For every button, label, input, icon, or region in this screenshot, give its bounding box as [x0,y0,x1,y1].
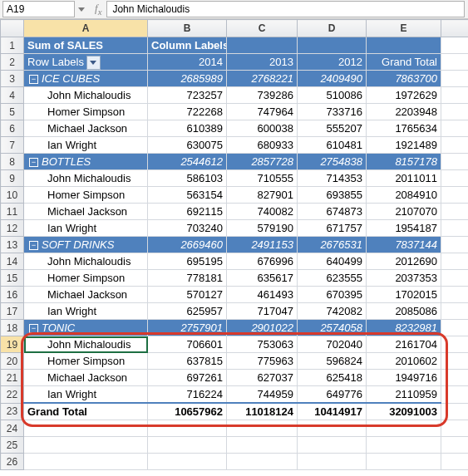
table-row[interactable]: John Michaloudis [24,336,148,353]
cell[interactable]: 703240 [148,220,227,237]
cell[interactable] [148,454,227,470]
category-row[interactable]: −ICE CUBES [24,71,148,87]
row-header[interactable]: 20 [1,353,24,370]
cell[interactable]: 600038 [227,120,298,137]
cell[interactable]: 8232981 [367,320,441,336]
cell[interactable] [441,204,469,220]
cell[interactable] [441,170,469,187]
cell[interactable] [441,220,469,237]
cell[interactable]: 11018124 [227,403,298,420]
cell[interactable]: 625957 [148,303,227,320]
row-header[interactable]: 18 [1,320,24,336]
cell[interactable]: 2012690 [367,253,441,270]
cell[interactable]: 586103 [148,170,227,187]
table-row[interactable]: Homer Simpson [24,104,148,120]
cell[interactable]: 570127 [148,287,227,303]
cell[interactable]: 2676531 [298,237,367,253]
cell[interactable]: 671757 [298,220,367,237]
cell[interactable]: 693855 [298,187,367,204]
cell[interactable] [441,386,469,404]
cell[interactable]: 1765634 [367,120,441,137]
row-header[interactable]: 11 [1,204,24,220]
cell[interactable] [441,270,469,287]
cell[interactable]: 627037 [227,370,298,386]
cell[interactable]: 2544612 [148,154,227,170]
table-row[interactable]: Homer Simpson [24,187,148,204]
table-row[interactable]: Michael Jackson [24,204,148,220]
cell[interactable] [441,87,469,104]
cell[interactable]: 2574058 [298,320,367,336]
cell[interactable]: 747964 [227,104,298,120]
cell[interactable] [24,420,148,437]
collapse-icon[interactable]: − [29,75,38,84]
cell[interactable] [441,454,469,470]
cell[interactable]: 2110959 [367,386,441,404]
cell[interactable]: 670395 [298,287,367,303]
cell[interactable]: 555207 [298,120,367,137]
cell[interactable] [298,37,367,54]
cell[interactable]: 722268 [148,104,227,120]
category-row[interactable]: −TONIC [24,320,148,336]
cell[interactable]: 692115 [148,204,227,220]
cell[interactable]: 637815 [148,353,227,370]
cell[interactable]: 2409490 [298,71,367,87]
cell[interactable] [441,154,469,170]
cell[interactable]: 625418 [298,370,367,386]
cell[interactable]: 2491153 [227,237,298,253]
cell[interactable]: 710555 [227,170,298,187]
cell[interactable] [441,71,469,87]
table-row[interactable]: Michael Jackson [24,370,148,386]
cell[interactable]: 2011011 [367,170,441,187]
cell[interactable] [441,403,469,420]
cell[interactable]: 706601 [148,336,227,353]
cell[interactable]: 2161704 [367,336,441,353]
row-header[interactable]: 4 [1,87,24,104]
cell[interactable]: 2685989 [148,71,227,87]
cell[interactable]: 1949716 [367,370,441,386]
row-header[interactable]: 26 [1,454,24,470]
grid[interactable]: A B C D E 1 Sum of SALES Column Labels 2… [0,19,468,470]
row-header[interactable]: 1 [1,37,24,54]
cell[interactable]: 510086 [298,87,367,104]
row-header[interactable]: 17 [1,303,24,320]
cell[interactable]: 733716 [298,104,367,120]
row-header[interactable]: 15 [1,270,24,287]
row-labels-dropdown[interactable]: Row Labels [24,54,148,71]
cell[interactable]: 579190 [227,220,298,237]
cell[interactable]: 742082 [298,303,367,320]
cell[interactable]: 714353 [298,170,367,187]
cell[interactable] [227,420,298,437]
name-box[interactable]: A19 [2,1,75,17]
cell[interactable]: 716224 [148,386,227,404]
cell[interactable]: 7837144 [367,237,441,253]
col-header-A[interactable]: A [24,20,148,37]
col-header-E[interactable]: E [367,20,441,37]
cell[interactable] [441,237,469,253]
cell[interactable] [24,437,148,454]
table-row[interactable]: John Michaloudis [24,87,148,104]
cell[interactable]: 753063 [227,336,298,353]
cell[interactable] [148,437,227,454]
cell[interactable]: 1702015 [367,287,441,303]
table-row[interactable]: Michael Jackson [24,287,148,303]
cell[interactable]: 680933 [227,137,298,154]
cell[interactable] [441,320,469,336]
pivot-measure-label[interactable]: Sum of SALES [24,37,148,54]
cell[interactable]: 775963 [227,353,298,370]
col-header-extra[interactable] [441,20,469,37]
cell[interactable]: 2010602 [367,353,441,370]
row-header[interactable]: 10 [1,187,24,204]
cell[interactable]: 2037353 [367,270,441,287]
cell[interactable]: 697261 [148,370,227,386]
cell[interactable] [441,303,469,320]
cell[interactable]: 676996 [227,253,298,270]
cell[interactable]: 1972629 [367,87,441,104]
cell[interactable]: 640499 [298,253,367,270]
cell[interactable]: 739286 [227,87,298,104]
table-row[interactable]: Homer Simpson [24,353,148,370]
cell[interactable]: 610389 [148,120,227,137]
row-header[interactable]: 12 [1,220,24,237]
grand-total-row[interactable]: Grand Total [24,403,148,420]
cell[interactable]: 1954187 [367,220,441,237]
cell[interactable] [367,454,441,470]
